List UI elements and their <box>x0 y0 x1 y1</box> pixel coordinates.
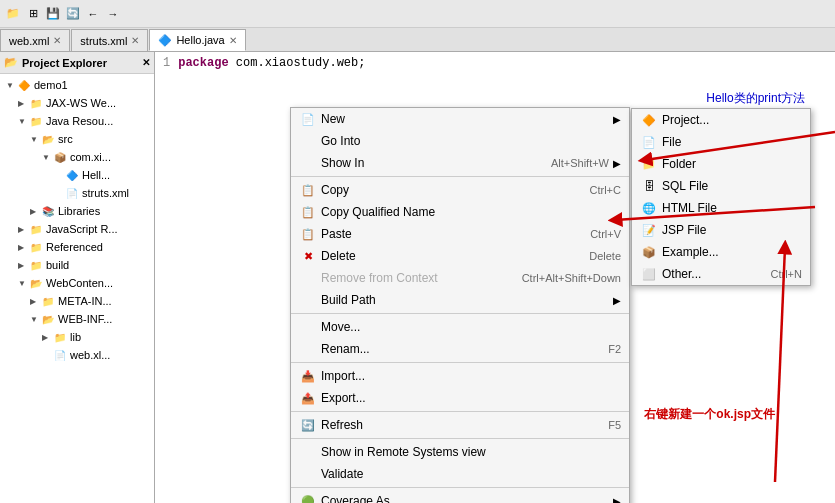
menu-item-remote[interactable]: Show in Remote Systems view <box>291 441 629 463</box>
tree-item-libraries[interactable]: ▶ 📚 Libraries <box>0 202 154 220</box>
tab-struts-xml-close[interactable]: ✕ <box>131 35 139 46</box>
menu-item-validate[interactable]: Validate <box>291 463 629 485</box>
menu-item-new[interactable]: 📄 New ▶ 🔶 Project... 📄 File <box>291 108 629 130</box>
tab-icon: 🔷 <box>158 34 172 47</box>
menu-item-copy-qualified[interactable]: 📋 Copy Qualified Name <box>291 201 629 223</box>
src-icon: 📂 <box>40 131 56 147</box>
toolbar-icon-2[interactable]: ⊞ <box>24 5 42 23</box>
toolbar-icon-3[interactable]: 💾 <box>44 5 62 23</box>
webinf-icon: 📂 <box>40 311 56 327</box>
toolbar-icon-4[interactable]: 🔄 <box>64 5 82 23</box>
tree-item-referenced[interactable]: ▶ 📁 Referenced <box>0 238 154 256</box>
sub-menu-item-other[interactable]: ⬜ Other... Ctrl+N <box>632 263 810 285</box>
tree-arrow-referenced: ▶ <box>18 243 28 252</box>
tab-web-xml-label: web.xml <box>9 35 49 47</box>
menu-separator-6 <box>291 487 629 488</box>
menu-item-refresh[interactable]: 🔄 Refresh F5 <box>291 414 629 436</box>
tree-item-strutsxml[interactable]: 📄 struts.xml <box>0 184 154 202</box>
remote-icon <box>299 443 317 461</box>
tree-item-webcontent[interactable]: ▼ 📂 WebConten... <box>0 274 154 292</box>
tree-item-jaxws[interactable]: ▶ 📁 JAX-WS We... <box>0 94 154 112</box>
menu-item-showin[interactable]: Show In Alt+Shift+W ▶ <box>291 152 629 174</box>
tree-arrow-javascript: ▶ <box>18 225 28 234</box>
tree-label-build: build <box>46 259 69 271</box>
tab-web-xml-close[interactable]: ✕ <box>53 35 61 46</box>
menu-item-gointo-label: Go Into <box>321 134 621 148</box>
tree-label-demo1: demo1 <box>34 79 68 91</box>
sub-menu-item-html[interactable]: 🌐 HTML File <box>632 197 810 219</box>
menu-item-paste[interactable]: 📋 Paste Ctrl+V <box>291 223 629 245</box>
lib-icon: 📁 <box>52 329 68 345</box>
delete-icon: ✖ <box>299 247 317 265</box>
strutsxml-icon: 📄 <box>64 185 80 201</box>
tab-bar: web.xml ✕ struts.xml ✕ 🔷 Hello.java ✕ <box>0 28 835 52</box>
tree-arrow-metainf: ▶ <box>30 297 40 306</box>
tree-item-hello[interactable]: 🔷 Hell... <box>0 166 154 184</box>
menu-separator-5 <box>291 438 629 439</box>
menu-item-remove-context-label: Remove from Context <box>321 271 502 285</box>
jsp-icon-sm: 📝 <box>640 221 658 239</box>
toolbar-icon-1[interactable]: 📁 <box>4 5 22 23</box>
editor-area[interactable]: 1package com.xiaostudy.web; Hello类的print… <box>155 52 835 503</box>
menu-item-coverage[interactable]: 🟢 Coverage As ▶ <box>291 490 629 503</box>
tree-arrow-jaxws: ▶ <box>18 99 28 108</box>
toolbar-icon-6[interactable]: → <box>104 5 122 23</box>
tab-hello-java[interactable]: 🔷 Hello.java ✕ <box>149 29 245 51</box>
menu-item-gointo[interactable]: Go Into <box>291 130 629 152</box>
tree-label-comxi: com.xi... <box>70 151 111 163</box>
menu-item-import[interactable]: 📥 Import... <box>291 365 629 387</box>
tree-item-lib[interactable]: ▶ 📁 lib <box>0 328 154 346</box>
sub-menu-item-project[interactable]: 🔶 Project... <box>632 109 810 131</box>
tree-item-comxi[interactable]: ▼ 📦 com.xi... <box>0 148 154 166</box>
file-icon-sm: 📄 <box>640 133 658 151</box>
validate-icon <box>299 465 317 483</box>
project-icon-sm: 🔶 <box>640 111 658 129</box>
sub-menu-new: 🔶 Project... 📄 File 📁 Folder 🗄 <box>631 108 811 286</box>
metainf-icon: 📁 <box>40 293 56 309</box>
webxml-icon: 📄 <box>52 347 68 363</box>
tree-item-webxml[interactable]: 📄 web.xl... <box>0 346 154 364</box>
main-area: 📂 Project Explorer ✕ ▼ 🔶 demo1 ▶ 📁 JAX-W… <box>0 52 835 503</box>
copy-shortcut: Ctrl+C <box>590 184 621 196</box>
sub-menu-label-jsp: JSP File <box>662 223 706 237</box>
tree-item-src[interactable]: ▼ 📂 src <box>0 130 154 148</box>
tree-label-strutsxml: struts.xml <box>82 187 129 199</box>
gointo-icon <box>299 132 317 150</box>
context-menu: 📄 New ▶ 🔶 Project... 📄 File <box>290 107 630 503</box>
menu-item-export[interactable]: 📤 Export... <box>291 387 629 409</box>
sub-menu-item-jsp[interactable]: 📝 JSP File <box>632 219 810 241</box>
tree-item-demo1[interactable]: ▼ 🔶 demo1 <box>0 76 154 94</box>
tree-arrow-comxi: ▼ <box>42 153 52 162</box>
tree-item-build[interactable]: ▶ 📁 build <box>0 256 154 274</box>
tab-struts-xml-label: struts.xml <box>80 35 127 47</box>
keyword-package: package <box>178 56 228 70</box>
sub-menu-item-file[interactable]: 📄 File <box>632 131 810 153</box>
menu-item-delete[interactable]: ✖ Delete Delete <box>291 245 629 267</box>
tree-item-javascript[interactable]: ▶ 📁 JavaScript R... <box>0 220 154 238</box>
coverage-arrow-icon: ▶ <box>613 496 621 504</box>
toolbar-icon-5[interactable]: ← <box>84 5 102 23</box>
menu-item-showin-label: Show In <box>321 156 531 170</box>
tree-item-javaresource[interactable]: ▼ 📁 Java Resou... <box>0 112 154 130</box>
sub-menu-item-folder[interactable]: 📁 Folder <box>632 153 810 175</box>
tree-item-metainf[interactable]: ▶ 📁 META-IN... <box>0 292 154 310</box>
menu-item-move[interactable]: Move... <box>291 316 629 338</box>
sub-menu-item-example[interactable]: 📦 Example... <box>632 241 810 263</box>
remove-context-icon <box>299 269 317 287</box>
html-icon-sm: 🌐 <box>640 199 658 217</box>
referenced-icon: 📁 <box>28 239 44 255</box>
tab-web-xml[interactable]: web.xml ✕ <box>0 29 70 51</box>
project-tree[interactable]: ▼ 🔶 demo1 ▶ 📁 JAX-WS We... ▼ 📁 Java Reso… <box>0 74 154 503</box>
menu-item-move-label: Move... <box>321 320 621 334</box>
menu-item-buildpath[interactable]: Build Path ▶ <box>291 289 629 311</box>
menu-item-copy[interactable]: 📋 Copy Ctrl+C <box>291 179 629 201</box>
menu-item-rename[interactable]: Renam... F2 <box>291 338 629 360</box>
sub-menu-item-sql[interactable]: 🗄 SQL File <box>632 175 810 197</box>
menu-item-remote-label: Show in Remote Systems view <box>321 445 621 459</box>
example-icon-sm: 📦 <box>640 243 658 261</box>
tab-hello-java-close[interactable]: ✕ <box>229 35 237 46</box>
tab-struts-xml[interactable]: struts.xml ✕ <box>71 29 148 51</box>
ide-container: 📁 ⊞ 💾 🔄 ← → web.xml ✕ struts.xml ✕ 🔷 Hel… <box>0 0 835 503</box>
panel-close-button[interactable]: ✕ <box>142 57 150 68</box>
tree-item-webinf[interactable]: ▼ 📂 WEB-INF... <box>0 310 154 328</box>
